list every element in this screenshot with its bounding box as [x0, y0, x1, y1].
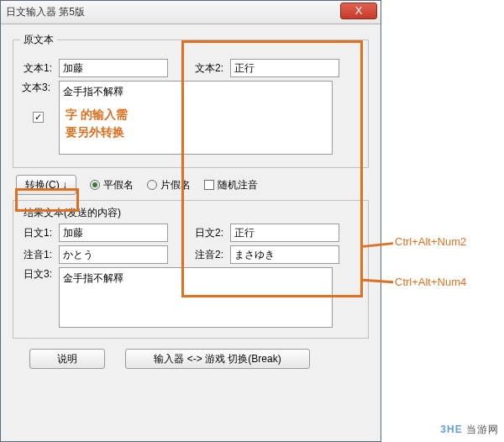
check-random[interactable]: 随机注音: [204, 178, 258, 192]
jp3-textarea[interactable]: [59, 267, 333, 328]
radio-katakana[interactable]: 片假名: [147, 178, 191, 192]
switch-button[interactable]: 输入器 <-> 游戏 切换(Break): [125, 349, 310, 369]
yomi1-label: 注音1:: [20, 248, 55, 262]
radio-empty-icon: [147, 180, 157, 190]
result-legend: 结果文本(发送的内容): [24, 206, 361, 220]
close-button[interactable]: X: [340, 3, 377, 19]
radio-hiragana-label: 平假名: [103, 178, 134, 192]
yomi2-input[interactable]: [230, 245, 339, 264]
source-group: 原文本 文本1: 文本2: 文本3: ✓ 字 的输入需 要另外转换: [13, 33, 369, 168]
radio-dot-icon: [90, 180, 100, 190]
conversion-note: 字 的输入需 要另外转换: [66, 106, 128, 141]
jp1-input[interactable]: [59, 224, 168, 242]
convert-row: 转换(C) ↓ 平假名 片假名 随机注音: [16, 175, 369, 195]
yomi1-input[interactable]: [59, 245, 168, 264]
watermark-brand: 3HE: [440, 424, 462, 435]
radio-katakana-label: 片假名: [160, 178, 191, 192]
text1-input[interactable]: [59, 59, 168, 77]
convert-button[interactable]: 转换(C) ↓: [16, 175, 76, 195]
callout-hotkey-1: Ctrl+Alt+Num2: [395, 235, 466, 248]
result-group: 结果文本(发送的内容) 日文1: 日文2: 注音1: 注音2: 日文3:: [13, 200, 369, 339]
text1-label: 文本1:: [20, 61, 55, 76]
text2-input[interactable]: [230, 59, 339, 77]
bottom-buttons: 说明 输入器 <-> 游戏 切换(Break): [13, 345, 369, 369]
explain-button[interactable]: 说明: [29, 349, 105, 369]
jp2-input[interactable]: [230, 224, 339, 242]
radio-hiragana[interactable]: 平假名: [90, 178, 134, 192]
client-area: 原文本 文本1: 文本2: 文本3: ✓ 字 的输入需 要另外转换: [1, 24, 381, 376]
text3-label: 文本3:: [22, 81, 54, 95]
app-window: 日文输入器 第5版 X 原文本 文本1: 文本2: 文本3: ✓: [0, 0, 381, 442]
text2-label: 文本2:: [192, 61, 227, 76]
yomi2-label: 注音2:: [192, 248, 227, 262]
jp1-label: 日文1:: [20, 226, 55, 240]
jp2-label: 日文2:: [192, 226, 227, 240]
text3-checkbox[interactable]: ✓: [33, 112, 44, 123]
watermark-text: 当游网: [466, 424, 499, 435]
checkbox-empty-icon: [204, 180, 214, 190]
note-line1: 字 的输入需: [66, 106, 128, 124]
window-title: 日文输入器 第5版: [6, 5, 85, 19]
note-line2: 要另外转换: [66, 124, 128, 141]
jp3-label: 日文3:: [20, 267, 55, 282]
watermark: 3HE 当游网: [440, 423, 499, 437]
source-legend: 原文本: [20, 33, 57, 47]
callout-hotkey-2: Ctrl+Alt+Num4: [395, 276, 466, 288]
titlebar: 日文输入器 第5版 X: [1, 1, 381, 24]
check-random-label: 随机注音: [218, 178, 258, 192]
